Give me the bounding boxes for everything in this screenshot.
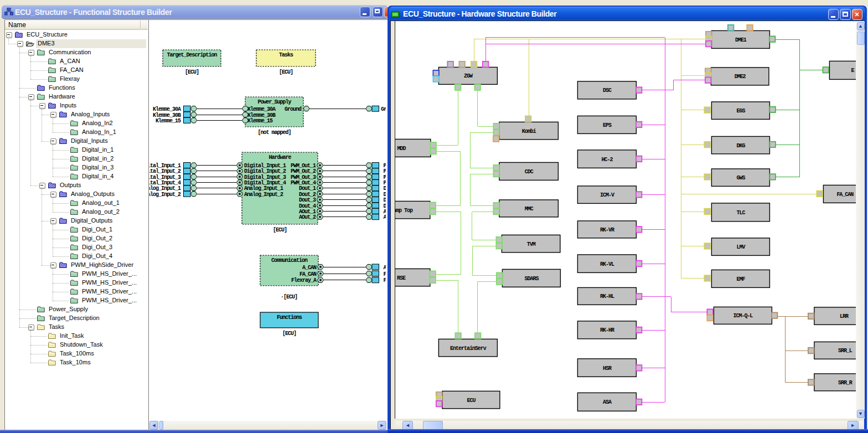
svg-text:RK-HL: RK-HL	[600, 293, 614, 300]
svg-text:GWS: GWS	[736, 175, 745, 181]
svg-text:EMF: EMF	[736, 276, 745, 282]
svg-text:LMV: LMV	[736, 244, 745, 250]
svg-text:FA_CAN: FA_CAN	[299, 271, 317, 277]
svg-text:ZGW: ZGW	[464, 73, 473, 79]
svg-text:Flexray_A: Flexray_A	[384, 277, 386, 283]
svg-text:HSR: HSR	[602, 365, 611, 371]
svg-text:FA_CAN: FA_CAN	[384, 271, 386, 277]
svg-text:Digital_Input_4: Digital_Input_4	[244, 180, 286, 186]
svg-text:SDARS: SDARS	[524, 275, 539, 281]
svg-text:PWM_Out_2: PWM_Out_2	[384, 168, 386, 174]
svg-text:ICM-Q-L: ICM-Q-L	[733, 313, 753, 319]
svg-text:[ECU]: [ECU]	[185, 69, 199, 75]
svg-text:PWM_Out_2: PWM_Out_2	[291, 168, 316, 174]
svg-text:Klemme_30B: Klemme_30B	[153, 112, 181, 118]
svg-text:TVM: TVM	[526, 241, 535, 247]
svg-text:Dout_2: Dout_2	[384, 192, 386, 198]
svg-text:Kombi: Kombi	[521, 128, 536, 134]
svg-text:Ground: Ground	[381, 106, 386, 112]
svg-text:LRR: LRR	[839, 313, 848, 319]
svg-text:Digital_Input_4: Digital_Input_4	[149, 180, 181, 186]
svg-text:[not mapped]: [not mapped]	[257, 130, 291, 136]
svg-text:EPS: EPS	[602, 122, 611, 128]
svg-text:Dout_3: Dout_3	[384, 197, 386, 203]
svg-text:·[ECU]: ·[ECU]	[281, 294, 297, 300]
svg-text:DME2: DME2	[734, 74, 746, 80]
svg-text:EntertainServ: EntertainServ	[450, 345, 487, 351]
svg-text:Digital_Input_2: Digital_Input_2	[149, 168, 181, 174]
svg-text:Klemme_30A: Klemme_30A	[247, 106, 276, 112]
svg-text:RK-VL: RK-VL	[600, 261, 614, 267]
svg-text:AOut_2: AOut_2	[299, 214, 316, 220]
svg-text:Functions: Functions	[277, 315, 302, 321]
svg-text:Klemme_30A: Klemme_30A	[153, 106, 181, 112]
svg-text:Analog_Input_2: Analog_Input_2	[149, 192, 181, 198]
svg-text:SRR_L: SRR_L	[838, 348, 852, 354]
svg-text:Digital_Input_2: Digital_Input_2	[244, 168, 286, 174]
svg-text:DME1: DME1	[735, 37, 747, 43]
svg-text:SRR_R: SRR_R	[838, 379, 852, 385]
svg-text:TLC: TLC	[736, 209, 745, 215]
svg-text:Ground: Ground	[285, 106, 302, 112]
svg-text:PWM_Out_4: PWM_Out_4	[384, 180, 386, 186]
svg-text:Target_Description: Target_Description	[167, 52, 217, 58]
svg-text:AOut_1: AOut_1	[384, 209, 386, 215]
svg-text:RSE: RSE	[396, 275, 405, 281]
svg-text:Klemme_15: Klemme_15	[156, 118, 181, 124]
svg-text:ICM-V: ICM-V	[600, 192, 614, 198]
svg-text:MMC: MMC	[524, 205, 533, 212]
svg-text:Amp Top: Amp Top	[395, 207, 413, 213]
svg-text:Communication: Communication	[271, 257, 308, 264]
svg-text:EGS: EGS	[736, 108, 745, 114]
svg-text:Hardware: Hardware	[268, 154, 291, 161]
svg-text:A_CAN: A_CAN	[384, 265, 386, 271]
svg-text:Flexray_A: Flexray_A	[291, 277, 317, 283]
svg-text:ASA: ASA	[602, 399, 611, 405]
svg-text:AOut_2: AOut_2	[384, 214, 386, 220]
svg-text:CDC: CDC	[524, 168, 533, 174]
svg-text:Klemme_15: Klemme_15	[247, 118, 273, 124]
svg-text:Dout_2: Dout_2	[299, 192, 316, 198]
svg-text:FA_CAN: FA_CAN	[836, 191, 854, 197]
svg-text:Klemme_30B: Klemme_30B	[247, 112, 276, 118]
svg-text:MDD: MDD	[397, 145, 406, 151]
svg-text:HC-2: HC-2	[601, 156, 613, 162]
svg-text:ECU: ECU	[467, 397, 476, 403]
svg-text:Dout_3: Dout_3	[299, 197, 316, 203]
svg-text:PWM_Out_4: PWM_Out_4	[291, 180, 316, 186]
svg-text:Analog_Input_2: Analog_Input_2	[244, 192, 283, 198]
svg-text:[ECU]: [ECU]	[279, 69, 293, 75]
svg-text:RK-VR: RK-VR	[600, 226, 614, 233]
svg-text:A_CAN: A_CAN	[302, 265, 317, 271]
svg-text:DSC: DSC	[602, 87, 611, 94]
svg-text:RK-HR: RK-HR	[600, 327, 614, 333]
svg-text:Tasks: Tasks	[279, 52, 293, 58]
svg-text:[ECU]: [ECU]	[282, 331, 296, 337]
svg-text:AOut_1: AOut_1	[299, 209, 316, 215]
svg-text:[ECU]: [ECU]	[273, 227, 287, 233]
svg-text:DKG: DKG	[736, 142, 745, 148]
svg-text:Power_Supply: Power_Supply	[257, 99, 291, 105]
